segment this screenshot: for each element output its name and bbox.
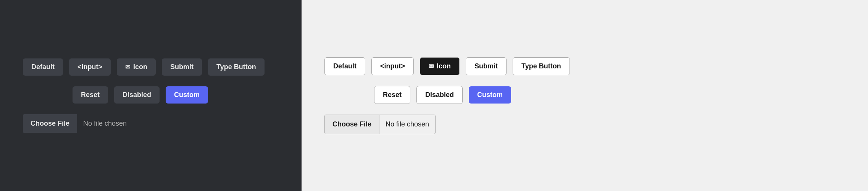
light-reset-label: Reset: [383, 91, 402, 99]
light-row-2: Reset Disabled Custom: [324, 86, 845, 104]
light-icon-label: Icon: [437, 62, 451, 70]
light-disabled-button[interactable]: Disabled: [416, 86, 463, 104]
light-input-button[interactable]: <input>: [371, 57, 414, 75]
dark-panel: Default <input> ✉ Icon Submit Type Butto…: [0, 0, 302, 191]
light-default-button[interactable]: Default: [324, 57, 365, 75]
light-type-button-label: Type Button: [521, 62, 561, 70]
dark-input-label: <input>: [77, 63, 102, 71]
light-no-file-label: No file chosen: [379, 120, 435, 128]
dark-type-button-label: Type Button: [216, 63, 256, 71]
light-submit-label: Submit: [474, 62, 498, 70]
dark-icon-label: Icon: [133, 63, 147, 71]
light-row-1: Default <input> ✉ Icon Submit Type Butto…: [324, 57, 845, 75]
dark-custom-label: Custom: [174, 91, 200, 99]
light-reset-button[interactable]: Reset: [374, 86, 410, 104]
light-custom-label: Custom: [477, 91, 503, 99]
dark-submit-label: Submit: [170, 63, 194, 71]
light-choose-file-label: Choose File: [332, 120, 371, 128]
light-input-label: <input>: [380, 62, 405, 70]
light-icon-button[interactable]: ✉ Icon: [420, 57, 460, 75]
dark-row-1: Default <input> ✉ Icon Submit Type Butto…: [23, 58, 279, 76]
light-type-button-button[interactable]: Type Button: [513, 57, 570, 75]
dark-default-button[interactable]: Default: [23, 58, 63, 76]
dark-default-label: Default: [31, 63, 55, 71]
light-submit-button[interactable]: Submit: [466, 57, 507, 75]
dark-icon-button[interactable]: ✉ Icon: [117, 58, 156, 76]
light-default-label: Default: [333, 62, 357, 70]
light-panel: Default <input> ✉ Icon Submit Type Butto…: [302, 0, 868, 191]
envelope-icon: ✉: [125, 63, 130, 71]
dark-disabled-label: Disabled: [123, 91, 151, 99]
light-choose-file-button[interactable]: Choose File: [325, 115, 379, 134]
dark-file-input: Choose File No file chosen: [23, 114, 133, 133]
dark-row-2: Reset Disabled Custom: [23, 86, 279, 104]
light-disabled-label: Disabled: [425, 91, 454, 99]
envelope-icon-light: ✉: [429, 63, 434, 70]
dark-custom-button[interactable]: Custom: [166, 86, 208, 104]
dark-reset-button[interactable]: Reset: [73, 86, 108, 104]
light-row-3: Choose File No file chosen: [324, 115, 845, 134]
light-file-input: Choose File No file chosen: [324, 115, 436, 134]
dark-choose-file-label: Choose File: [31, 120, 69, 127]
light-custom-button[interactable]: Custom: [469, 86, 511, 104]
dark-choose-file-button[interactable]: Choose File: [23, 114, 77, 133]
dark-reset-label: Reset: [81, 91, 100, 99]
dark-submit-button[interactable]: Submit: [162, 58, 202, 76]
dark-input-button[interactable]: <input>: [69, 58, 111, 76]
dark-type-button-button[interactable]: Type Button: [208, 58, 265, 76]
dark-no-file-label: No file chosen: [77, 120, 133, 128]
dark-row-3: Choose File No file chosen: [23, 114, 279, 133]
dark-disabled-button[interactable]: Disabled: [114, 86, 160, 104]
